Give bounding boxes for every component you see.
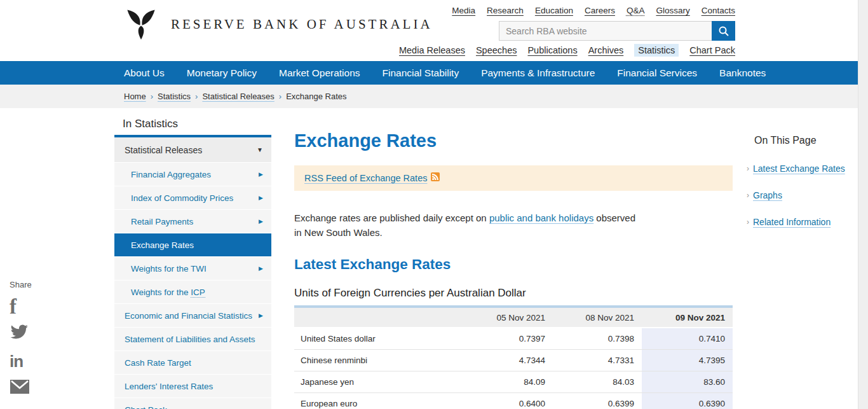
rate-value: 4.7344 bbox=[464, 349, 553, 371]
chevron-right-icon: › bbox=[747, 190, 749, 201]
latest-exchange-rates-heading: Latest Exchange Rates bbox=[294, 256, 733, 273]
column-header-date-1: 05 Nov 2021 bbox=[464, 307, 553, 328]
utility-link-careers[interactable]: Careers bbox=[585, 6, 615, 15]
sidebar-item-retail-payments[interactable]: Retail Payments ▶ bbox=[114, 209, 271, 233]
chevron-right-icon: ▶ bbox=[259, 218, 263, 225]
twitter-share-icon[interactable] bbox=[10, 324, 39, 345]
utility-link-education[interactable]: Education bbox=[535, 6, 573, 15]
rss-icon[interactable] bbox=[431, 172, 440, 184]
search-icon bbox=[718, 25, 729, 37]
sidebar-item-lenders-interest-rates[interactable]: Lenders' Interest Rates bbox=[114, 374, 271, 398]
rate-value-latest: 0.7410 bbox=[642, 328, 733, 349]
currency-label: Chinese renminbi bbox=[294, 349, 464, 371]
chevron-right-icon: ▶ bbox=[259, 171, 263, 177]
email-share-icon[interactable] bbox=[10, 379, 39, 399]
linkedin-share-icon[interactable]: in bbox=[10, 352, 39, 372]
breadcrumb-statistical-releases[interactable]: Statistical Releases bbox=[202, 92, 274, 101]
public-bank-holidays-link[interactable]: public and bank holidays bbox=[489, 212, 593, 223]
rate-value: 0.7397 bbox=[464, 328, 553, 349]
sidebar-item-statement-liabilities-assets[interactable]: Statement of Liabilities and Assets bbox=[114, 327, 271, 350]
sidebar-item-weights-icp[interactable]: Weights for the ICP bbox=[114, 280, 271, 303]
search-input[interactable] bbox=[499, 21, 712, 41]
rate-value: 84.09 bbox=[464, 371, 553, 392]
rate-value: 0.6400 bbox=[464, 392, 553, 409]
sidebar-item-cash-rate-target[interactable]: Cash Rate Target bbox=[114, 350, 271, 374]
otp-link-latest-exchange-rates[interactable]: Latest Exchange Rates bbox=[753, 163, 845, 174]
chevron-right-icon: ▶ bbox=[259, 312, 263, 319]
rate-value: 84.03 bbox=[553, 371, 642, 392]
nav-monetary-policy[interactable]: Monetary Policy bbox=[187, 67, 257, 79]
rate-value: 4.7331 bbox=[553, 349, 642, 371]
breadcrumb-current: Exchange Rates bbox=[286, 92, 346, 101]
browser-scrollbar[interactable] bbox=[858, 0, 868, 409]
rate-value-latest: 4.7395 bbox=[642, 349, 733, 371]
nav-banknotes[interactable]: Banknotes bbox=[719, 67, 766, 79]
main-nav: About Us Monetary Policy Market Operatio… bbox=[0, 61, 858, 85]
page-title: Exchange Rates bbox=[294, 131, 733, 150]
rba-logo[interactable]: RESERVE BANK OF AUSTRALIA bbox=[125, 8, 433, 41]
rate-value-latest: 83.60 bbox=[642, 371, 733, 392]
search-bar bbox=[499, 21, 735, 41]
currency-label: United States dollar bbox=[294, 328, 464, 349]
utility-nav: Media Research Education Careers Q&A Glo… bbox=[496, 6, 735, 15]
secondary-link-media-releases[interactable]: Media Releases bbox=[399, 45, 465, 55]
breadcrumb-home[interactable]: Home bbox=[124, 92, 146, 101]
search-button[interactable] bbox=[712, 21, 735, 41]
share-label: Share bbox=[10, 280, 39, 289]
sidebar-item-weights-twi[interactable]: Weights for the TWI ▶ bbox=[114, 256, 271, 280]
table-corner-cell bbox=[294, 307, 464, 328]
chevron-down-icon: ▼ bbox=[257, 146, 263, 153]
utility-link-glossary[interactable]: Glossary bbox=[656, 6, 689, 15]
sidebar-menu: Statistical Releases ▼ Financial Aggrega… bbox=[114, 135, 271, 409]
table-row: Chinese renminbi 4.7344 4.7331 4.7395 bbox=[294, 349, 733, 371]
secondary-link-speeches[interactable]: Speeches bbox=[476, 45, 517, 55]
table-row: European euro 0.6400 0.6399 0.6390 bbox=[294, 392, 733, 409]
chevron-right-icon: ▶ bbox=[259, 195, 263, 201]
sidebar-item-economic-financial-statistics[interactable]: Economic and Financial Statistics ▶ bbox=[114, 303, 271, 327]
breadcrumb-separator: › bbox=[279, 92, 281, 101]
rate-value: 0.7398 bbox=[553, 328, 642, 349]
nav-financial-stability[interactable]: Financial Stability bbox=[383, 67, 459, 79]
intro-paragraph: Exchange rates are published daily excep… bbox=[294, 211, 642, 240]
sidebar-item-index-of-commodity-prices[interactable]: Index of Commodity Prices ▶ bbox=[114, 186, 271, 209]
secondary-link-publications[interactable]: Publications bbox=[527, 45, 577, 55]
nav-about-us[interactable]: About Us bbox=[124, 67, 165, 79]
otp-link-latest-exchange-rates-row: › Latest Exchange Rates bbox=[754, 163, 859, 174]
sidebar-item-statistical-releases[interactable]: Statistical Releases ▼ bbox=[114, 137, 271, 162]
otp-link-related-information-row: › Related Information bbox=[754, 217, 859, 228]
nav-financial-services[interactable]: Financial Services bbox=[617, 67, 697, 79]
table-row: United States dollar 0.7397 0.7398 0.741… bbox=[294, 328, 733, 349]
facebook-share-icon[interactable]: f bbox=[10, 297, 39, 317]
utility-link-media[interactable]: Media bbox=[452, 6, 475, 15]
utility-link-contacts[interactable]: Contacts bbox=[702, 6, 735, 15]
share-rail: Share f in bbox=[10, 280, 39, 406]
main-content: Exchange Rates RSS Feed of Exchange Rate… bbox=[294, 127, 733, 409]
secondary-link-chart-pack[interactable]: Chart Pack bbox=[689, 45, 735, 55]
secondary-nav: Media Releases Speeches Publications Arc… bbox=[381, 44, 735, 57]
rss-feed-banner: RSS Feed of Exchange Rates bbox=[294, 165, 733, 191]
rates-table-caption: Units of Foreign Currencies per Australi… bbox=[294, 286, 733, 300]
otp-link-graphs[interactable]: Graphs bbox=[753, 190, 782, 201]
rate-value-latest: 0.6390 bbox=[642, 392, 733, 409]
table-row: Japanese yen 84.09 84.03 83.60 bbox=[294, 371, 733, 392]
otp-link-related-information[interactable]: Related Information bbox=[753, 217, 831, 228]
secondary-link-statistics[interactable]: Statistics bbox=[634, 44, 679, 57]
sidebar-item-exchange-rates[interactable]: Exchange Rates bbox=[114, 233, 271, 256]
otp-link-graphs-row: › Graphs bbox=[754, 190, 859, 201]
breadcrumb-separator: › bbox=[195, 92, 198, 101]
nav-market-operations[interactable]: Market Operations bbox=[279, 67, 360, 79]
utility-link-research[interactable]: Research bbox=[487, 6, 524, 15]
rate-value: 0.6399 bbox=[553, 392, 642, 409]
exchange-rates-table: 05 Nov 2021 08 Nov 2021 09 Nov 2021 Unit… bbox=[294, 305, 733, 409]
currency-label: Japanese yen bbox=[294, 371, 464, 392]
chevron-right-icon: › bbox=[747, 163, 749, 174]
nav-payments-infrastructure[interactable]: Payments & Infrastructure bbox=[481, 67, 595, 79]
breadcrumb-statistics[interactable]: Statistics bbox=[158, 92, 191, 101]
utility-link-qa[interactable]: Q&A bbox=[627, 6, 645, 15]
sidebar-item-chart-pack[interactable]: Chart Pack bbox=[114, 398, 271, 409]
breadcrumb: Home › Statistics › Statistical Releases… bbox=[0, 85, 858, 108]
sidebar-item-financial-aggregates[interactable]: Financial Aggregates ▶ bbox=[114, 162, 271, 186]
rss-feed-link[interactable]: RSS Feed of Exchange Rates bbox=[304, 173, 427, 183]
secondary-link-archives[interactable]: Archives bbox=[588, 45, 624, 55]
breadcrumb-separator: › bbox=[151, 92, 153, 101]
